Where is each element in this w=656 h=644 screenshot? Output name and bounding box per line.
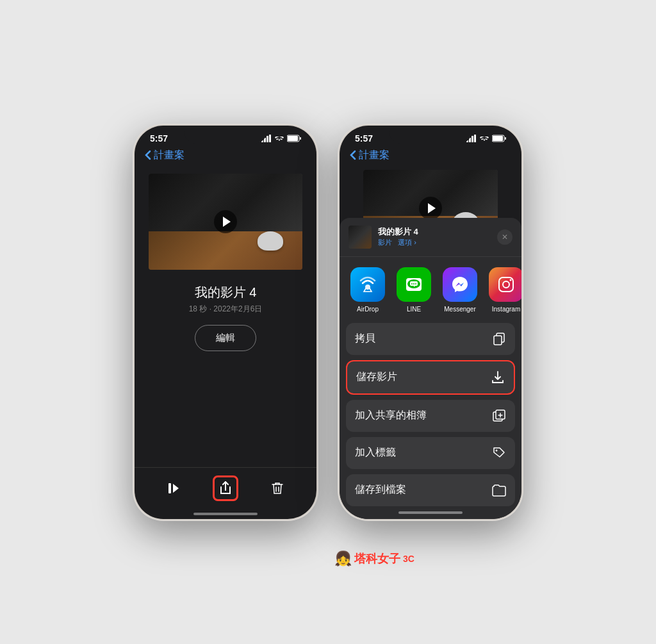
save-icon [491, 370, 505, 384]
nav-bar-right: 計畫案 [340, 146, 521, 167]
instagram-label: Instagram [492, 306, 520, 313]
svg-rect-2 [266, 136, 268, 142]
action-list: 拷貝 儲存影片 [340, 323, 521, 506]
phone-left: 5:57 [133, 124, 318, 521]
back-button-right[interactable]: 計畫案 [350, 149, 390, 162]
airdrop-svg [357, 274, 378, 295]
back-chevron-icon-right [350, 150, 356, 160]
album-icon [492, 409, 506, 423]
watermark-sub: 3C [403, 554, 414, 564]
notch-right [389, 126, 472, 144]
share-close-button[interactable]: ✕ [497, 229, 512, 245]
svg-rect-14 [505, 137, 506, 140]
share-icon [219, 481, 232, 495]
share-app-airdrop[interactable]: AirDrop [348, 267, 387, 313]
svg-point-23 [510, 279, 512, 281]
svg-rect-11 [474, 135, 476, 142]
play-button-left[interactable] [214, 210, 237, 233]
line-svg [404, 274, 424, 295]
share-subtitle: 影片 選項 › [378, 238, 497, 247]
action-copy[interactable]: 拷貝 [346, 323, 515, 355]
share-header: 我的影片 4 影片 選項 › ✕ [340, 218, 521, 257]
svg-rect-28 [494, 336, 502, 345]
svg-rect-10 [472, 136, 473, 142]
share-options-chevron: › [414, 238, 416, 246]
delete-toolbar-button[interactable] [265, 475, 290, 501]
action-save-video[interactable]: 儲存影片 [346, 360, 515, 395]
wifi-icon-right [480, 135, 489, 142]
airdrop-icon [350, 267, 385, 302]
status-icons-right [466, 135, 506, 142]
home-indicator-left [193, 513, 258, 515]
action-shared-album[interactable]: 加入共享的相簿 [346, 400, 515, 432]
save-files-label: 儲存到檔案 [355, 483, 406, 497]
share-app-line[interactable]: LINE [395, 267, 433, 313]
tag-icon [492, 446, 506, 460]
edit-button-left[interactable]: 編輯 [195, 325, 256, 351]
back-chevron-icon [145, 150, 151, 160]
share-app-instagram[interactable]: Instagram [487, 267, 521, 313]
action-save-files[interactable]: 儲存到檔案 [346, 474, 515, 506]
play-icon [168, 483, 179, 494]
airdrop-label: AirDrop [357, 306, 379, 313]
svg-point-31 [496, 449, 498, 451]
notch-left [184, 126, 267, 144]
action-add-tag[interactable]: 加入標籤 [346, 437, 515, 469]
battery-icon [287, 135, 301, 142]
main-container: 5:57 [107, 98, 549, 547]
watermark-icon: 👧 [334, 550, 352, 567]
svg-rect-13 [493, 136, 503, 141]
line-label: LINE [407, 306, 421, 313]
messenger-label: Messenger [444, 306, 475, 313]
status-time-right: 5:57 [355, 133, 373, 144]
share-options-link[interactable]: 選項 [398, 238, 412, 246]
battery-icon-right [492, 135, 506, 142]
watermark-text: 塔科女子 [354, 551, 400, 566]
instagram-svg [497, 276, 515, 293]
bottom-toolbar-left [135, 467, 316, 509]
back-button-left[interactable]: 計畫案 [145, 149, 184, 162]
svg-rect-6 [300, 137, 301, 140]
copy-label: 拷貝 [355, 332, 375, 345]
phone-right: 5:57 [338, 124, 523, 521]
share-sheet: 我的影片 4 影片 選項 › ✕ [340, 218, 521, 519]
line-icon [397, 267, 431, 302]
wifi-icon [275, 135, 284, 142]
svg-rect-3 [269, 135, 271, 142]
status-time-left: 5:57 [150, 133, 168, 144]
share-toolbar-button[interactable] [213, 475, 238, 501]
add-tag-label: 加入標籤 [355, 446, 396, 459]
video-thumbnail-left[interactable] [149, 174, 302, 270]
nav-bar-left: 計畫案 [135, 146, 316, 167]
messenger-icon [443, 267, 477, 302]
svg-rect-5 [288, 136, 298, 141]
content-left: 我的影片 4 18 秒 ∙ 2022年2月6日 編輯 [135, 167, 316, 467]
trash-icon [272, 482, 283, 495]
share-info: 我的影片 4 影片 選項 › [378, 226, 497, 247]
play-toolbar-button[interactable] [161, 475, 186, 501]
messenger-svg [450, 275, 470, 294]
svg-point-22 [503, 281, 509, 288]
svg-rect-7 [168, 483, 171, 493]
share-app-row: AirDrop [340, 257, 521, 323]
video-title-left: 我的影片 4 [195, 284, 257, 301]
share-title: 我的影片 4 [378, 226, 497, 238]
save-video-label: 儲存影片 [356, 370, 397, 384]
shared-album-label: 加入共享的相簿 [355, 409, 427, 422]
share-type: 影片 [378, 238, 392, 246]
home-indicator-right [398, 511, 463, 514]
status-icons-left [261, 135, 301, 142]
back-label-left: 計畫案 [154, 149, 184, 162]
play-button-right[interactable] [419, 197, 442, 220]
copy-icon [492, 332, 506, 346]
share-thumbnail [348, 226, 372, 249]
instagram-icon [489, 267, 521, 302]
share-app-messenger[interactable]: Messenger [441, 267, 479, 313]
back-label-right: 計畫案 [359, 149, 390, 162]
video-meta-left: 18 秒 ∙ 2022年2月6日 [189, 304, 263, 315]
files-icon [492, 483, 506, 497]
